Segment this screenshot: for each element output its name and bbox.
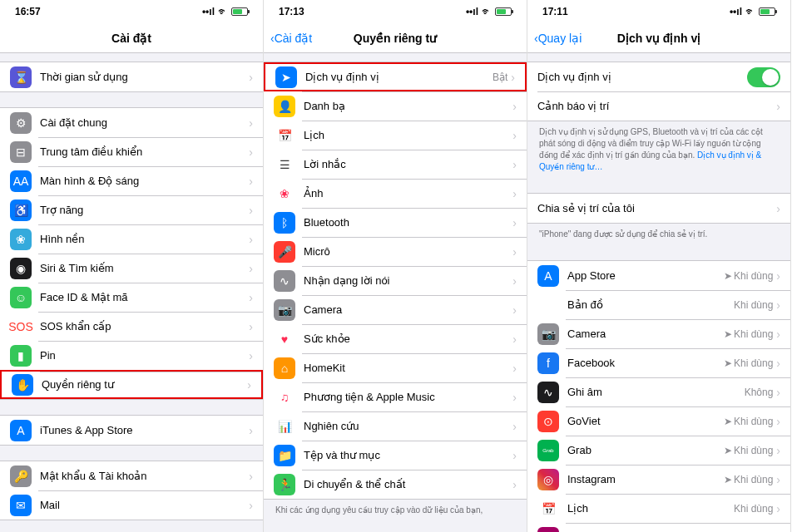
chevron-right-icon: › — [249, 116, 253, 130]
settings-row[interactable]: ☰Lời nhắc› — [264, 150, 527, 179]
row-label: Siri & Tìm kiếm — [40, 262, 249, 274]
row-icon: ∿ — [274, 270, 295, 292]
nav-title: Dịch vụ định vị — [617, 32, 700, 45]
row-label: Chia sẻ vị trí của tôi — [537, 202, 776, 214]
row-icon: AA — [10, 170, 32, 192]
row-label: Facebook — [567, 357, 724, 369]
row-icon: ➤ — [275, 66, 297, 88]
settings-row[interactable]: ◉Siri & Tìm kiếm› — [0, 254, 263, 283]
settings-row[interactable]: 📅LịchKhi dùng› — [527, 494, 790, 523]
location-arrow-icon: ➤ — [724, 270, 732, 282]
chevron-right-icon: › — [776, 328, 780, 341]
settings-row[interactable]: ⊙GoViet➤Khi dùng› — [527, 406, 790, 436]
chevron-right-icon: › — [776, 502, 780, 515]
row-icon: ✋ — [12, 374, 33, 396]
settings-row[interactable]: GrabGrab➤Khi dùng› — [527, 436, 790, 465]
wifi-icon: ᯤ — [745, 6, 755, 17]
status-bar: 16:57 ••ıl ᯤ — [0, 0, 263, 23]
settings-row[interactable]: Chia sẻ vị trí của tôi› — [527, 194, 790, 223]
settings-row[interactable]: ♥Sức khỏe› — [264, 324, 527, 353]
status-icons: ••ıl ᯤ — [202, 6, 248, 17]
toggle-switch[interactable] — [747, 67, 780, 87]
chevron-right-icon: › — [512, 274, 517, 288]
settings-row[interactable]: 📷Camera➤Khi dùng› — [527, 319, 790, 348]
settings-row[interactable]: ♿Trợ năng› — [0, 195, 263, 224]
row-icon: 🎤 — [274, 241, 295, 263]
settings-row[interactable]: ☺Face ID & Mật mã› — [0, 283, 263, 312]
settings-row[interactable]: ⌂HomeKit› — [264, 353, 527, 382]
settings-row[interactable]: ❀Ảnh› — [264, 179, 527, 208]
row-icon: ⊙ — [537, 411, 559, 432]
row-label: Nhận dạng lời nói — [304, 274, 512, 287]
settings-row[interactable]: SOSSOS khẩn cấp› — [0, 312, 263, 341]
settings-row[interactable]: 📁Tệp và thư mục› — [264, 441, 527, 470]
settings-row[interactable]: 👤Danh bạ› — [264, 91, 527, 121]
signal-icon: ••ıl — [730, 6, 742, 17]
row-icon: 🔑 — [10, 466, 32, 487]
row-label: App Store — [567, 269, 724, 282]
settings-row[interactable]: 📅Lịch› — [264, 121, 527, 150]
row-icon: 🗺 — [537, 294, 559, 316]
row-icon: ⌛ — [10, 66, 32, 88]
chevron-right-icon: › — [512, 332, 517, 346]
settings-row[interactable]: ♫Phương tiện & Apple Music› — [264, 382, 527, 411]
row-label: HomeKit — [304, 362, 512, 374]
nav-bar: ‹ Cài đặt Quyền riêng tư — [264, 23, 527, 53]
row-label: Pin — [40, 349, 249, 362]
settings-row[interactable]: ➤Dịch vụ định vịBật› — [264, 62, 527, 91]
share-footer: "iPhone" đang được sử dụng để chia sẻ vị… — [527, 224, 790, 245]
row-label: Phương tiện & Apple Music — [304, 391, 512, 403]
row-label: Dịch vụ định vị — [305, 71, 493, 83]
settings-row[interactable]: ❀Hình nền› — [0, 224, 263, 254]
row-label: Hình nền — [40, 233, 249, 245]
settings-row[interactable]: Dịch vụ định vị — [527, 62, 790, 91]
settings-row[interactable]: AApp Store➤Khi dùng› — [527, 261, 790, 290]
row-icon: ⌂ — [274, 357, 295, 379]
settings-row[interactable]: ▮Pin› — [0, 341, 263, 370]
status-time: 17:11 — [542, 6, 568, 17]
location-arrow-icon: ➤ — [724, 328, 732, 340]
battery-icon — [495, 7, 512, 16]
settings-row[interactable]: MMoMo➤Luôn luôn› — [527, 523, 790, 532]
location-arrow-icon: ➤ — [724, 357, 732, 369]
settings-row[interactable]: 🎤Micrô› — [264, 237, 527, 266]
settings-row[interactable]: AiTunes & App Store› — [0, 416, 263, 445]
row-icon: 🏃 — [274, 474, 295, 495]
settings-row[interactable]: 📊Nghiên cứu› — [264, 411, 527, 441]
settings-row[interactable]: 🗺Bản đồKhi dùng› — [527, 290, 790, 319]
status-icons: ••ıl ᯤ — [466, 6, 512, 17]
chevron-right-icon: › — [512, 187, 517, 200]
chevron-right-icon: › — [249, 424, 253, 437]
settings-row[interactable]: ✉Mail› — [0, 490, 263, 520]
settings-row[interactable]: 📷Camera› — [264, 295, 527, 324]
settings-row[interactable]: ⊟Trung tâm điều khiển› — [0, 137, 263, 166]
chevron-right-icon: › — [512, 303, 517, 317]
row-icon: ∿ — [537, 382, 559, 403]
row-label: GoViet — [567, 415, 724, 427]
settings-row[interactable]: ⌛Thời gian sử dụng› — [0, 62, 263, 91]
settings-row[interactable]: ∿Nhận dạng lời nói› — [264, 266, 527, 295]
settings-row[interactable]: 🏃Di chuyển & thể chất› — [264, 470, 527, 499]
settings-row[interactable]: Cảnh báo vị trí› — [527, 91, 790, 121]
settings-row[interactable]: ᛒBluetooth› — [264, 208, 527, 237]
row-detail: Khi dùng — [734, 445, 773, 456]
back-button[interactable]: ‹ Cài đặt — [270, 32, 312, 45]
row-label: Di chuyển & thể chất — [304, 478, 512, 490]
row-icon: ❀ — [274, 183, 295, 204]
row-label: Thời gian sử dụng — [40, 71, 249, 83]
settings-row[interactable]: fFacebook➤Khi dùng› — [527, 348, 790, 377]
row-icon: ⊟ — [10, 141, 32, 163]
row-detail: Khi dùng — [734, 299, 773, 311]
settings-row[interactable]: 🔑Mật khẩu & Tài khoản› — [0, 461, 263, 490]
back-button[interactable]: ‹ Quay lại — [534, 32, 582, 45]
settings-row[interactable]: ⚙Cài đặt chung› — [0, 108, 263, 137]
chevron-right-icon: › — [249, 262, 253, 275]
row-detail: Khi dùng — [734, 503, 773, 515]
row-icon: ◎ — [537, 469, 559, 490]
settings-row[interactable]: ◎Instagram➤Khi dùng› — [527, 465, 790, 494]
settings-row[interactable]: AAMàn hình & Độ sáng› — [0, 166, 263, 195]
settings-row[interactable]: ✋Quyền riêng tư› — [0, 370, 263, 399]
chevron-right-icon: › — [512, 420, 517, 433]
settings-row[interactable]: ∿Ghi âmKhông› — [527, 377, 790, 406]
chevron-right-icon: › — [249, 204, 253, 217]
